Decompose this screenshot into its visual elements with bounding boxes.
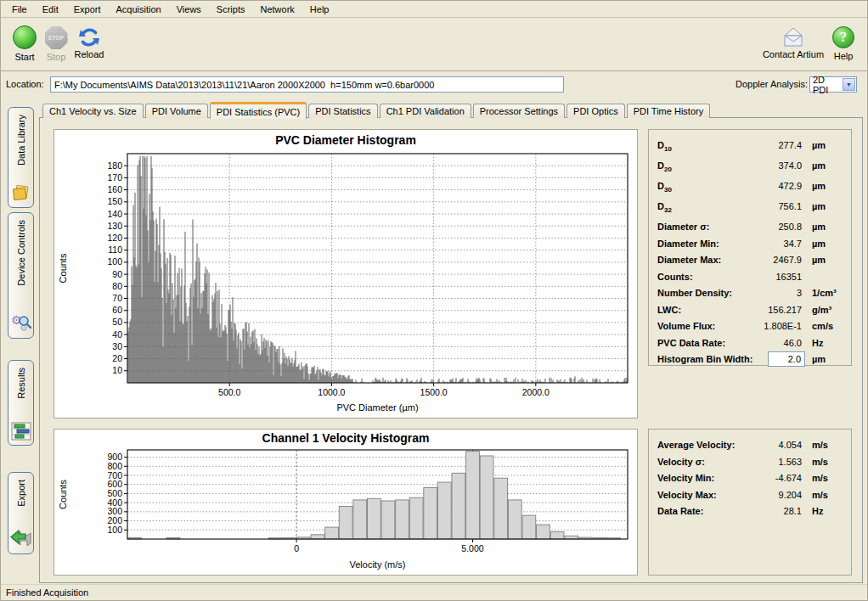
svg-text:700: 700 — [107, 470, 122, 480]
tab-ch1-pdi-validation[interactable]: Ch1 PDI Validation — [380, 104, 471, 118]
pvc-chart-title: PVC Diameter Histogram — [54, 133, 637, 147]
stat-label: Diameter σ: — [657, 222, 709, 232]
pvc-diameter-chart-panel: PVC Diameter Histogram 10203040506070809… — [54, 129, 638, 418]
sidebar-item-label: Data Library — [16, 115, 26, 166]
velocity-histogram: 10020030040050060070080090005.000Velocit… — [54, 446, 637, 575]
stat-unit: cm/s — [812, 321, 833, 331]
stop-icon-text: STOP — [48, 35, 65, 41]
menu-item-export[interactable]: Export — [66, 3, 109, 16]
contact-artium-label: Contact Artium — [759, 49, 827, 59]
sidebar-item-label: Results — [16, 368, 26, 399]
svg-text:500: 500 — [107, 488, 122, 498]
stat-label: D32 — [657, 201, 672, 214]
stat-unit: µm — [812, 354, 826, 364]
start-button[interactable]: Start — [9, 25, 40, 62]
stat-label: D30 — [657, 181, 672, 194]
stat-label: D20 — [657, 160, 672, 173]
stat-label: PVC Data Rate: — [657, 338, 725, 348]
svg-text:Counts: Counts — [58, 253, 68, 283]
tab-processor-settings[interactable]: Processor Settings — [473, 104, 565, 118]
stat-unit: µm — [812, 181, 826, 191]
help-icon: ? — [832, 26, 854, 48]
menu-item-scripts[interactable]: Scripts — [209, 3, 253, 16]
svg-text:100: 100 — [107, 256, 122, 267]
svg-text:130: 130 — [107, 221, 122, 231]
menu-item-views[interactable]: Views — [169, 3, 209, 16]
stat-value: -4.674 — [775, 473, 802, 483]
location-label: Location: — [6, 79, 44, 89]
velocity-chart-title: Channel 1 Velocity Histogram — [54, 431, 637, 445]
stop-icon: STOP — [45, 26, 68, 49]
stat-value: 34.7 — [784, 239, 802, 249]
sidebar-item-export[interactable]: Export — [8, 472, 34, 554]
doppler-analysis-select[interactable]: 2D PDI ▼ — [809, 76, 857, 93]
stat-unit: m/s — [812, 473, 828, 483]
stat-label: Data Rate: — [657, 506, 703, 516]
stat-value: 374.0 — [778, 160, 802, 171]
tab-pdi-statistics-pvc-[interactable]: PDI Statistics (PVC) — [210, 102, 307, 119]
stat-unit: Hz — [812, 506, 823, 516]
svg-text:150: 150 — [107, 196, 122, 206]
toolbar: Start STOP Stop Reload — [1, 19, 867, 71]
svg-text:1000.0: 1000.0 — [318, 387, 345, 397]
menu-item-file[interactable]: File — [4, 3, 35, 16]
pvc-stats-panel: D10277.4µmD20374.0µmD30472.9µmD32756.1µm… — [648, 129, 852, 366]
histogram-bin-width-input[interactable] — [768, 351, 805, 367]
stat-value: 756.1 — [778, 201, 802, 211]
contact-artium-button[interactable]: Contact Artium — [759, 25, 827, 59]
svg-text:80: 80 — [112, 281, 122, 291]
svg-text:120: 120 — [107, 233, 122, 243]
stat-value: 3 — [797, 288, 802, 298]
svg-text:300: 300 — [107, 506, 122, 516]
stat-unit: Hz — [812, 338, 823, 348]
folders-icon — [11, 181, 31, 203]
sidebar-item-results[interactable]: Results — [8, 360, 34, 446]
svg-text:200: 200 — [107, 515, 122, 525]
svg-text:1500.0: 1500.0 — [420, 387, 448, 397]
stop-button-label: Stop — [43, 52, 69, 62]
stat-value: 156.217 — [768, 305, 802, 315]
menu-item-acquisition[interactable]: Acquisition — [109, 3, 169, 16]
stat-unit: m/s — [812, 490, 828, 500]
stat-value: 28.1 — [784, 506, 802, 516]
help-button[interactable]: ? Help — [829, 26, 858, 61]
stat-unit: µm — [812, 140, 826, 150]
chevron-down-icon[interactable]: ▼ — [843, 78, 855, 91]
svg-text:140: 140 — [107, 209, 122, 219]
stat-label: Histogram Bin Width: — [657, 354, 752, 364]
svg-text:180: 180 — [107, 160, 122, 171]
tab-pdi-statistics[interactable]: PDI Statistics — [308, 104, 377, 118]
gears-icon: ⚙⚙ — [10, 312, 32, 334]
reload-button[interactable]: Reload — [72, 25, 106, 59]
stat-label: Volume Flux: — [657, 321, 715, 331]
stat-value: 9.204 — [778, 490, 802, 500]
svg-text:5.000: 5.000 — [461, 543, 483, 553]
tab-pdi-time-history[interactable]: PDI Time History — [627, 104, 711, 118]
stat-value: 277.4 — [778, 140, 802, 150]
stat-label: LWC: — [657, 305, 681, 315]
help-icon-text: ? — [840, 30, 847, 45]
doppler-analysis-label: Doppler Analysis: — [736, 79, 808, 89]
sidebar-item-device-controls[interactable]: Device Controls⚙⚙ — [8, 212, 34, 339]
stat-unit: g/m³ — [812, 305, 831, 315]
sidebar-item-data-library[interactable]: Data Library — [8, 107, 34, 208]
tab-ch1-velocity-vs-size[interactable]: Ch1 Velocity vs. Size — [42, 104, 144, 118]
tab-pdi-optics[interactable]: PDI Optics — [566, 104, 625, 118]
export-arrow-icon — [10, 527, 32, 549]
svg-text:400: 400 — [107, 497, 122, 508]
menu-item-network[interactable]: Network — [252, 3, 302, 16]
menu-item-edit[interactable]: Edit — [35, 3, 66, 16]
stat-unit: µm — [812, 239, 826, 249]
stat-unit: m/s — [812, 440, 828, 450]
menu-item-help[interactable]: Help — [302, 3, 337, 16]
stat-value: 472.9 — [778, 181, 802, 191]
reload-button-label: Reload — [72, 49, 106, 59]
svg-text:0: 0 — [294, 543, 299, 553]
help-button-label: Help — [829, 51, 858, 61]
velocity-chart-panel: Channel 1 Velocity Histogram 10020030040… — [54, 429, 638, 576]
stat-label: Velocity Min: — [657, 473, 714, 483]
location-input[interactable] — [50, 76, 564, 93]
stop-button[interactable]: STOP Stop — [43, 26, 69, 62]
svg-text:PVC Diameter (µm): PVC Diameter (µm) — [336, 402, 418, 413]
tab-pdi-volume[interactable]: PDI Volume — [145, 104, 208, 118]
